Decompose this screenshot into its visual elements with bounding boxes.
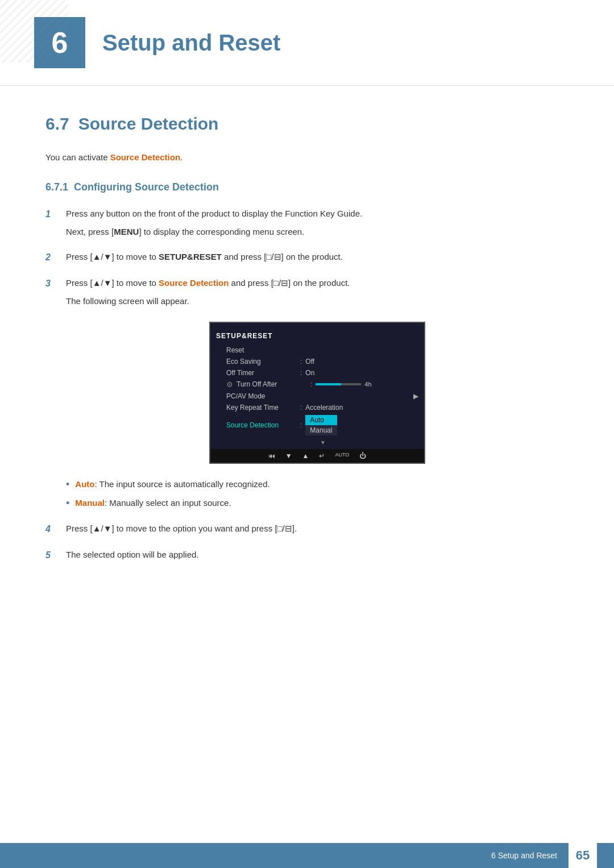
arrow-right-icon: ▶ (413, 392, 418, 400)
step-4-row: 4 Press [▲/▼] to move to the option you … (45, 522, 569, 537)
menu-item-sourcedetection: Source Detection : Auto Manual (222, 413, 424, 437)
section-title: 6.7 Source Detection (45, 114, 569, 134)
chapter-header: 6 Setup and Reset (0, 0, 614, 92)
step-4-text: Press [▲/▼] to move to the option you wa… (66, 522, 569, 535)
offtimer-label: Off Timer (226, 369, 300, 377)
auto-bold: Auto (75, 479, 94, 489)
toolbar-enter: ↵ (319, 452, 325, 460)
step-2-text: Press [▲/▼] to move to SETUP&RESET and p… (66, 250, 569, 264)
step-1-number: 1 (45, 207, 61, 222)
diagonal-pattern (0, 0, 68, 63)
subsection-number: 6.7.1 (45, 181, 68, 193)
slider-track (316, 383, 361, 385)
intro-text-after: . (180, 152, 182, 162)
menu-bold-1: MENU (114, 227, 139, 236)
step-1-row: 1 Press any button on the front of the p… (45, 207, 569, 239)
dropdown-auto: Auto (305, 415, 337, 425)
eco-label: Eco Saving (226, 358, 300, 366)
step-2-number: 2 (45, 250, 61, 265)
menu-item-eco: Eco Saving : Off (222, 356, 424, 367)
section-number: 6.7 (45, 114, 69, 134)
bullet-manual-text: Manual: Manually select an input source. (75, 496, 231, 510)
down-icon: ▼ (285, 452, 292, 460)
reset-label: Reset (226, 346, 300, 354)
menu-item-pcav: PC/AV Mode ▶ (222, 391, 424, 402)
scroll-indicator: ▼ (222, 439, 424, 447)
enter-icon: ↵ (319, 452, 325, 460)
eco-colon: : (300, 358, 302, 366)
setup-reset-label: SETUP&RESET (159, 252, 222, 261)
bullet-dot-1: • (66, 477, 69, 492)
menu-items-list: Reset Eco Saving : Off Off Timer : On (210, 344, 424, 447)
bullet-auto: • Auto: The input source is automaticall… (66, 477, 569, 492)
intro-paragraph: You can activate Source Detection. (45, 151, 569, 164)
step-1-sub: Next, press [MENU] to display the corres… (66, 225, 569, 239)
slider-fill (316, 383, 341, 385)
intro-highlight: Source Detection (110, 152, 180, 162)
page-footer: 6 Setup and Reset 65 (0, 843, 614, 868)
turnoff-label: Turn Off After (237, 380, 310, 388)
step-5-row: 5 The selected option will be applied. (45, 548, 569, 563)
source-detection-label: Source Detection (159, 278, 229, 288)
toolbar-power: ⏻ (359, 452, 366, 460)
section-heading: Source Detection (78, 114, 219, 134)
bullet-manual: • Manual: Manually select an input sourc… (66, 496, 569, 510)
turnoff-colon: : (310, 380, 312, 388)
step-3-row: 3 Press [▲/▼] to move to Source Detectio… (45, 276, 569, 308)
gear-icon: ⚙ (226, 380, 233, 389)
back-icon: ⏮ (268, 452, 275, 460)
bullet-auto-text: Auto: The input source is automatically … (75, 477, 269, 491)
step-3-text: Press [▲/▼] to move to Source Detection … (66, 276, 569, 308)
sourcedetection-colon: : (300, 421, 302, 429)
menu-screenshot-wrapper: SETUP&RESET Reset Eco Saving : Off Off (66, 322, 569, 464)
step-5: 5 The selected option will be applied. (45, 548, 569, 563)
up-icon: ▲ (302, 452, 309, 460)
footer-text: 6 Setup and Reset (491, 851, 557, 860)
auto-icon: AUTO (335, 452, 349, 458)
offtimer-value: On (305, 369, 314, 377)
offtimer-colon: : (300, 369, 302, 377)
step-4: 4 Press [▲/▼] to move to the option you … (45, 522, 569, 537)
step-2: 2 Press [▲/▼] to move to SETUP&RESET and… (45, 250, 569, 265)
intro-text-before: You can activate (45, 152, 110, 162)
slider: 4h (316, 381, 371, 388)
chapter-title: Setup and Reset (102, 30, 280, 56)
subsection-title: 6.7.1 Configuring Source Detection (45, 181, 569, 193)
power-icon: ⏻ (359, 452, 366, 460)
dropdown-options: Auto Manual (305, 415, 337, 435)
keyrepeat-label: Key Repeat Time (226, 404, 300, 412)
keyrepeat-value: Acceleration (305, 404, 343, 412)
steps-container: 1 Press any button on the front of the p… (45, 207, 569, 562)
toolbar-up: ▲ (302, 452, 309, 460)
step-1-text: Press any button on the front of the pro… (66, 207, 569, 239)
step-3-sub: The following screen will appear. (66, 294, 569, 308)
menu-item-reset: Reset (222, 344, 424, 356)
subsection-heading: Configuring Source Detection (74, 181, 219, 193)
menu-item-keyrepeat: Key Repeat Time : Acceleration (222, 402, 424, 413)
pcav-label: PC/AV Mode (226, 392, 300, 400)
bullet-dot-2: • (66, 496, 69, 510)
menu-title: SETUP&RESET (210, 330, 424, 344)
dropdown-manual: Manual (305, 425, 337, 435)
toolbar-down: ▼ (285, 452, 292, 460)
bullet-list: • Auto: The input source is automaticall… (66, 477, 569, 510)
menu-item-offtimer: Off Timer : On (222, 367, 424, 379)
sourcedetection-label: Source Detection (226, 421, 300, 429)
step-2-row: 2 Press [▲/▼] to move to SETUP&RESET and… (45, 250, 569, 265)
step-5-number: 5 (45, 548, 61, 563)
step-3-number: 3 (45, 276, 61, 291)
menu-screenshot: SETUP&RESET Reset Eco Saving : Off Off (209, 322, 425, 464)
step-4-number: 4 (45, 522, 61, 537)
step-3: 3 Press [▲/▼] to move to Source Detectio… (45, 276, 569, 510)
manual-bold: Manual (75, 498, 105, 508)
menu-item-turnoff: ⚙ Turn Off After : 4h (222, 379, 424, 391)
page-number: 65 (569, 843, 597, 868)
content-area: 6.7 Source Detection You can activate So… (0, 92, 614, 619)
keyrepeat-colon: : (300, 404, 302, 412)
step-1: 1 Press any button on the front of the p… (45, 207, 569, 239)
toolbar-auto: AUTO (335, 452, 349, 460)
slider-label: 4h (364, 381, 371, 388)
eco-value: Off (305, 358, 314, 366)
svg-rect-1 (0, 0, 68, 63)
step-5-text: The selected option will be applied. (66, 548, 569, 562)
